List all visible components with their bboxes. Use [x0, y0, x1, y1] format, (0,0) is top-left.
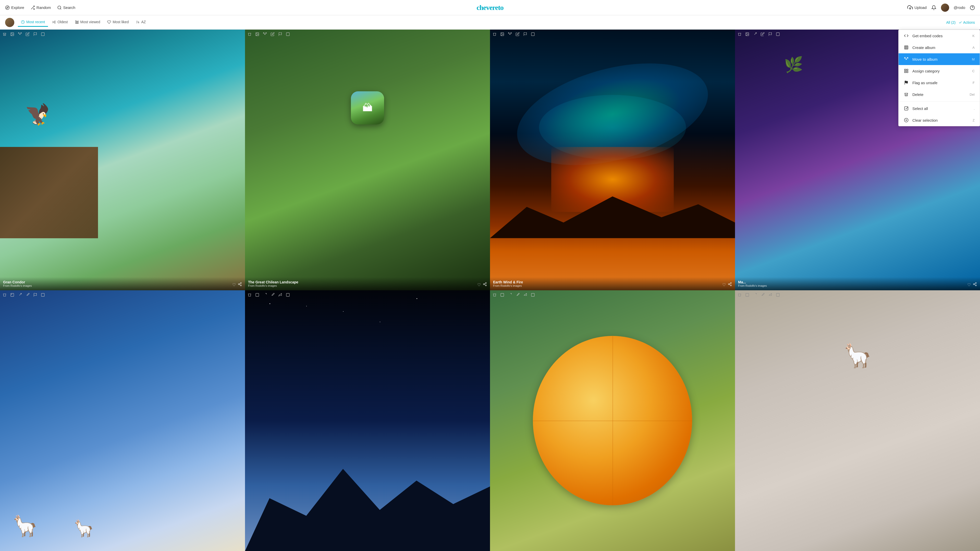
menu-item-selectall[interactable]: Select all .: [899, 103, 980, 114]
flag-icon-6[interactable]: [278, 292, 283, 297]
checkbox-7[interactable]: [530, 292, 535, 297]
avatar[interactable]: [941, 3, 949, 12]
sort-oldest[interactable]: Oldest: [49, 18, 71, 27]
search-nav[interactable]: Search: [57, 5, 76, 10]
sort-most-viewed[interactable]: Most viewed: [72, 18, 103, 27]
checkbox-5[interactable]: [40, 292, 45, 297]
image-cell-3[interactable]: Earth Wind & Fire From Rodolfo's images …: [490, 30, 735, 290]
menu-item-move[interactable]: Move to album M: [899, 53, 980, 65]
upload-button[interactable]: Upload: [907, 5, 927, 11]
edit-icon-4[interactable]: [760, 32, 765, 37]
edit-icon-8[interactable]: [760, 292, 765, 297]
delete-icon-6[interactable]: [247, 292, 252, 297]
delete-icon-3[interactable]: [492, 32, 497, 37]
flag-icon-1[interactable]: [33, 32, 38, 37]
user-label[interactable]: @rodo: [954, 5, 965, 10]
edit-icon-5[interactable]: [25, 292, 30, 297]
delete-icon-5[interactable]: [2, 292, 7, 297]
menu-item-embed[interactable]: Get embed codes K: [899, 30, 980, 41]
like-icon-1[interactable]: ♡: [232, 283, 236, 287]
sort-az[interactable]: AZ: [133, 18, 149, 27]
move-icon-4[interactable]: [752, 32, 757, 37]
delete-icon-1[interactable]: [2, 32, 7, 37]
edit-icon-7[interactable]: [515, 292, 520, 297]
image-icon-8[interactable]: [745, 292, 750, 297]
checkbox-8[interactable]: [775, 292, 780, 297]
image-cell-7[interactable]: [490, 290, 735, 551]
image-icon-6[interactable]: [255, 292, 260, 297]
image-icon-4[interactable]: [745, 32, 750, 37]
image-cell-2[interactable]: 🏔 The Great Chilean: [245, 30, 490, 290]
flag-icon-4[interactable]: [768, 32, 773, 37]
delete-icon-4[interactable]: [737, 32, 742, 37]
menu-clearsel-label: Clear selection: [912, 118, 938, 122]
image-icon-3[interactable]: [500, 32, 505, 37]
cell-actions-2: ♡: [477, 282, 487, 287]
explore-nav[interactable]: Explore: [5, 5, 24, 10]
delete-icon-2[interactable]: [247, 32, 252, 37]
image-cell-8[interactable]: 🦙: [735, 290, 980, 551]
menu-item-flag[interactable]: Flag as unsafe F: [899, 77, 980, 89]
flag-icon-5[interactable]: [33, 292, 38, 297]
menu-item-delete[interactable]: Delete Del: [899, 89, 980, 100]
svg-rect-59: [256, 293, 259, 297]
menu-item-category[interactable]: Assign category C: [899, 65, 980, 77]
image-icon-7[interactable]: [500, 292, 505, 297]
svg-rect-74: [907, 71, 908, 73]
checkbox-4[interactable]: [775, 32, 780, 37]
delete-icon-8[interactable]: [737, 292, 742, 297]
move-icon-6[interactable]: [262, 292, 267, 297]
delete-icon-7[interactable]: [492, 292, 497, 297]
image-icon-5[interactable]: [10, 292, 15, 297]
edit-icon-6[interactable]: [270, 292, 275, 297]
like-icon-3[interactable]: ♡: [722, 283, 726, 287]
share-icon-1[interactable]: [238, 282, 242, 287]
embed-icon: [904, 33, 909, 38]
menu-divider: [899, 101, 980, 102]
menu-delete-label: Delete: [912, 92, 923, 97]
move-icon-2[interactable]: [262, 32, 267, 37]
edit-icon-2[interactable]: [270, 32, 275, 37]
flag-icon-2[interactable]: [278, 32, 283, 37]
like-icon-4[interactable]: ♡: [967, 283, 971, 287]
actions-button[interactable]: Actions: [959, 21, 975, 24]
actions-label: Actions: [963, 21, 975, 24]
share-icon-3[interactable]: [728, 282, 732, 287]
edit-icon-3[interactable]: [515, 32, 520, 37]
image-icon-1[interactable]: [10, 32, 15, 37]
flag-icon-7[interactable]: [523, 292, 528, 297]
checkbox-3[interactable]: [530, 32, 535, 37]
move-icon-5[interactable]: [18, 292, 22, 297]
move-icon-7[interactable]: [508, 292, 512, 297]
share-icon-2[interactable]: [483, 282, 487, 287]
move-icon-1[interactable]: [18, 32, 22, 37]
search-icon: [57, 5, 62, 10]
flag-icon-3[interactable]: [523, 32, 528, 37]
sort-most-recent[interactable]: Most recent: [18, 18, 48, 27]
random-icon: [30, 5, 35, 10]
sort-most-liked[interactable]: Most liked: [104, 18, 132, 27]
notifications-button[interactable]: [931, 5, 936, 10]
help-button[interactable]: [970, 5, 975, 10]
share-icon-4[interactable]: [973, 282, 977, 287]
sort-liked-label: Most liked: [113, 20, 129, 24]
image-icon-2[interactable]: [255, 32, 260, 37]
flag-icon-8[interactable]: [768, 292, 773, 297]
svg-line-54: [974, 283, 976, 284]
checkbox-2[interactable]: [285, 32, 290, 37]
svg-rect-22: [41, 33, 45, 36]
svg-rect-31: [286, 33, 290, 36]
like-icon-2[interactable]: ♡: [477, 283, 481, 287]
menu-item-album[interactable]: Create album A: [899, 41, 980, 53]
image-cell-1[interactable]: 🦅 Gran Condor From Rodo: [0, 30, 245, 290]
checkbox-1[interactable]: [40, 32, 45, 37]
checkbox-6[interactable]: [285, 292, 290, 297]
edit-icon-1[interactable]: [25, 32, 30, 37]
image-cell-6[interactable]: [245, 290, 490, 551]
menu-item-clearsel[interactable]: Clear selection Z: [899, 114, 980, 126]
random-nav[interactable]: Random: [30, 5, 51, 10]
move-icon-8[interactable]: [752, 292, 757, 297]
move-icon-3[interactable]: [508, 32, 512, 37]
image-cell-5[interactable]: 🦙 🦙: [0, 290, 245, 551]
svg-line-44: [729, 284, 731, 285]
